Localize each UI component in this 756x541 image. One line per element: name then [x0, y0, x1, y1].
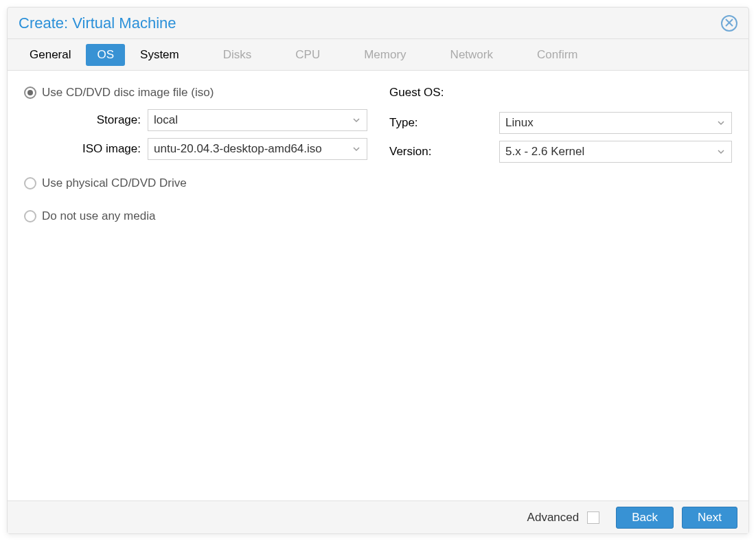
- advanced-checkbox[interactable]: [587, 511, 599, 524]
- iso-combo[interactable]: untu-20.04.3-desktop-amd64.iso: [148, 138, 367, 160]
- storage-label: Storage:: [24, 113, 148, 127]
- tab-os[interactable]: OS: [86, 44, 125, 66]
- version-label: Version:: [389, 145, 499, 159]
- chevron-down-icon: [352, 115, 361, 125]
- radio-physical-label: Use physical CD/DVD Drive: [42, 176, 187, 190]
- type-label: Type:: [389, 116, 499, 130]
- radio-iso-label: Use CD/DVD disc image file (iso): [42, 86, 214, 100]
- advanced-label: Advanced: [527, 511, 580, 525]
- tab-general[interactable]: General: [19, 44, 82, 66]
- titlebar: Create: Virtual Machine: [8, 8, 748, 39]
- tab-system[interactable]: System: [129, 44, 190, 66]
- type-row: Type: Linux: [389, 112, 732, 134]
- storage-combo[interactable]: local: [148, 109, 367, 131]
- create-vm-dialog: Create: Virtual Machine General OS Syste…: [7, 7, 749, 534]
- footer-bar: Advanced Back Next: [8, 500, 748, 533]
- iso-row: ISO image: untu-20.04.3-desktop-amd64.is…: [24, 138, 367, 160]
- type-value: Linux: [505, 116, 712, 130]
- dialog-title: Create: Virtual Machine: [19, 14, 721, 32]
- tab-disks: Disks: [212, 44, 263, 66]
- radio-option-none[interactable]: Do not use any media: [24, 209, 367, 223]
- left-column: Use CD/DVD disc image file (iso) Storage…: [24, 86, 367, 485]
- close-icon: [725, 17, 733, 30]
- tab-memory: Memory: [353, 44, 417, 66]
- storage-value: local: [154, 113, 347, 127]
- tab-network: Network: [439, 44, 504, 66]
- radio-icon: [24, 87, 36, 99]
- radio-none-label: Do not use any media: [42, 209, 155, 223]
- chevron-down-icon: [352, 144, 361, 154]
- iso-value: untu-20.04.3-desktop-amd64.iso: [154, 142, 347, 156]
- right-column: Guest OS: Type: Linux Version: 5.x - 2.6…: [389, 86, 732, 485]
- close-button[interactable]: [721, 15, 737, 32]
- radio-icon: [24, 177, 36, 189]
- radio-icon: [24, 210, 36, 222]
- version-value: 5.x - 2.6 Kernel: [505, 145, 712, 159]
- radio-option-iso[interactable]: Use CD/DVD disc image file (iso): [24, 86, 367, 100]
- guest-os-heading: Guest OS:: [389, 86, 732, 100]
- back-button[interactable]: Back: [616, 507, 674, 529]
- tab-confirm: Confirm: [526, 44, 589, 66]
- iso-label: ISO image:: [24, 142, 148, 156]
- chevron-down-icon: [716, 147, 726, 157]
- next-button[interactable]: Next: [682, 507, 737, 529]
- content-panel: Use CD/DVD disc image file (iso) Storage…: [8, 71, 748, 500]
- version-combo[interactable]: 5.x - 2.6 Kernel: [499, 141, 732, 163]
- tab-cpu: CPU: [284, 44, 331, 66]
- radio-option-physical[interactable]: Use physical CD/DVD Drive: [24, 176, 367, 190]
- wizard-tabs: General OS System Disks CPU Memory Netwo…: [8, 39, 748, 71]
- type-combo[interactable]: Linux: [499, 112, 732, 134]
- storage-row: Storage: local: [24, 109, 367, 131]
- version-row: Version: 5.x - 2.6 Kernel: [389, 141, 732, 163]
- chevron-down-icon: [716, 118, 726, 128]
